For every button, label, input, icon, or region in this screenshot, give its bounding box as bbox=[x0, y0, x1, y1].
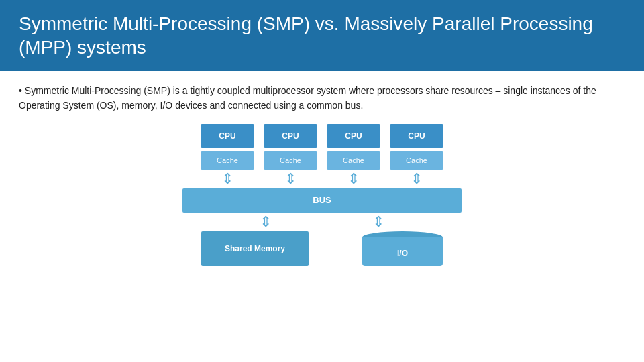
cpu-box-2: CPU bbox=[264, 124, 317, 148]
io-cylinder-body: I/O bbox=[362, 237, 443, 266]
arrow-1: ⇕ bbox=[201, 170, 254, 188]
bus-to-component-arrows: ⇕ ⇕ bbox=[182, 213, 462, 231]
arrow-2: ⇕ bbox=[264, 170, 317, 188]
cache-box-2: Cache bbox=[264, 151, 317, 170]
cpu-unit-3: CPU Cache bbox=[327, 124, 380, 170]
cpu-unit-1: CPU Cache bbox=[201, 124, 254, 170]
cpu-cache-row: CPU Cache CPU Cache CPU Cache CPU Cache bbox=[201, 124, 443, 170]
bullet-point: • Symmetric Multi-Processing (SMP) is a … bbox=[19, 83, 625, 113]
cpu-box-1: CPU bbox=[201, 124, 254, 148]
cpu-unit-4: CPU Cache bbox=[390, 124, 443, 170]
arrow-3: ⇕ bbox=[327, 170, 380, 188]
io-label: I/O bbox=[362, 249, 443, 258]
shared-memory-box: Shared Memory bbox=[201, 231, 309, 266]
bus-bar: BUS bbox=[182, 188, 462, 213]
cpu-box-3: CPU bbox=[327, 124, 380, 148]
arrow-4: ⇕ bbox=[390, 170, 443, 188]
page-title: Symmetric Multi-Processing (SMP) vs. Mas… bbox=[19, 12, 625, 59]
cache-box-4: Cache bbox=[390, 151, 443, 170]
bottom-components: Shared Memory I/O bbox=[201, 231, 443, 266]
smp-diagram: CPU Cache CPU Cache CPU Cache CPU Cache … bbox=[19, 124, 625, 266]
cpu-box-4: CPU bbox=[390, 124, 443, 148]
bus-arrow-left: ⇕ bbox=[260, 213, 272, 231]
header: Symmetric Multi-Processing (SMP) vs. Mas… bbox=[0, 0, 644, 71]
cache-box-3: Cache bbox=[327, 151, 380, 170]
bus-arrow-right: ⇕ bbox=[372, 213, 384, 231]
io-cylinder: I/O bbox=[362, 231, 443, 266]
cache-to-bus-arrows: ⇕ ⇕ ⇕ ⇕ bbox=[201, 170, 443, 188]
cache-box-1: Cache bbox=[201, 151, 254, 170]
cpu-unit-2: CPU Cache bbox=[264, 124, 317, 170]
content-area: • Symmetric Multi-Processing (SMP) is a … bbox=[0, 71, 644, 273]
